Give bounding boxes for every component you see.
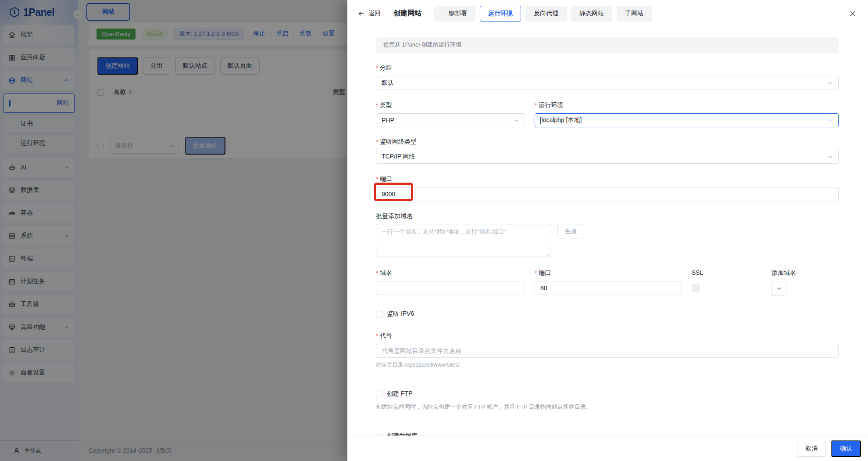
- drawer-mask[interactable]: [0, 0, 347, 461]
- create-ftp-label: 创建 FTP: [387, 390, 412, 398]
- port-input[interactable]: [376, 187, 839, 201]
- add-domain-label: 添加域名: [772, 268, 839, 277]
- code-input[interactable]: [376, 344, 839, 358]
- type-label: 类型: [376, 101, 525, 110]
- ipv6-label: 监听 IPV6: [387, 310, 414, 318]
- create-ftp-checkbox[interactable]: [376, 391, 382, 397]
- type-select[interactable]: PHP: [376, 113, 525, 127]
- drawer-footer: 取消 确认: [347, 436, 868, 461]
- ftp-helper-text: 创建站点的同时，为站点创建一个对应 FTP 帐户，并且 FTP 目录指向站点所在…: [376, 403, 839, 411]
- divider: [387, 10, 387, 17]
- group-label: 分组: [376, 63, 839, 72]
- tab-static-website[interactable]: 静态网站: [571, 6, 612, 22]
- close-button[interactable]: [849, 10, 857, 18]
- tab-one-click-deploy[interactable]: 一键部署: [434, 6, 475, 22]
- cancel-button[interactable]: 取消: [797, 441, 826, 457]
- port-label: 端口: [376, 174, 839, 184]
- domain-port-label: 端口: [535, 268, 682, 277]
- ssl-checkbox[interactable]: [692, 285, 699, 292]
- chevron-down-icon: [827, 118, 833, 123]
- drawer-title: 创建网站: [393, 9, 421, 18]
- chevron-down-icon: [827, 154, 833, 160]
- chevron-down-icon: [514, 118, 519, 123]
- plus-icon: [776, 285, 782, 292]
- code-label: 代号: [376, 331, 839, 340]
- code-helper-text: 对应主目录:/opt/1panel/www/sites/: [376, 361, 839, 369]
- divider: [428, 10, 428, 17]
- drawer-body: 使用从 1Panel 创建的运行环境 分组 默认 类型 PHP 运行环境 loc…: [347, 27, 868, 440]
- runtime-select[interactable]: localphp [本地]: [535, 113, 839, 127]
- domain-port-input[interactable]: [535, 281, 682, 295]
- text-caret: [540, 117, 541, 124]
- ssl-label: SSL: [692, 268, 762, 277]
- domain-label: 域名: [376, 268, 525, 277]
- resize-handle[interactable]: [546, 252, 550, 256]
- domain-input[interactable]: [376, 281, 525, 295]
- ipv6-checkbox[interactable]: [376, 311, 382, 317]
- chevron-down-icon: [827, 80, 833, 86]
- tab-reverse-proxy[interactable]: 反向代理: [525, 6, 567, 22]
- back-button[interactable]: 返回: [358, 10, 381, 18]
- batch-domain-label: 批量添加域名: [376, 212, 839, 220]
- drawer-header: 返回 创建网站 一键部署 运行环境 反向代理 静态网站 子网站: [347, 0, 868, 27]
- drawer-tabs: 一键部署 运行环境 反向代理 静态网站 子网站: [434, 6, 652, 22]
- confirm-button[interactable]: 确认: [831, 440, 861, 457]
- batch-domain-textarea[interactable]: [376, 224, 551, 256]
- tab-subsite[interactable]: 子网站: [617, 6, 652, 22]
- create-website-drawer: 返回 创建网站 一键部署 运行环境 反向代理 静态网站 子网站 使用从 1Pan…: [347, 0, 868, 461]
- add-domain-button[interactable]: [772, 281, 786, 296]
- arrow-left-icon: [358, 10, 365, 17]
- tab-runtime[interactable]: 运行环境: [480, 6, 521, 22]
- runtime-banner: 使用从 1Panel 创建的运行环境: [376, 37, 839, 53]
- network-type-select[interactable]: TCP/IP 网络: [376, 150, 839, 164]
- runtime-label: 运行环境: [535, 101, 839, 110]
- network-type-label: 监听网络类型: [376, 137, 839, 146]
- group-select[interactable]: 默认: [376, 76, 839, 90]
- close-icon: [849, 10, 857, 18]
- generate-button[interactable]: 生成: [557, 224, 584, 238]
